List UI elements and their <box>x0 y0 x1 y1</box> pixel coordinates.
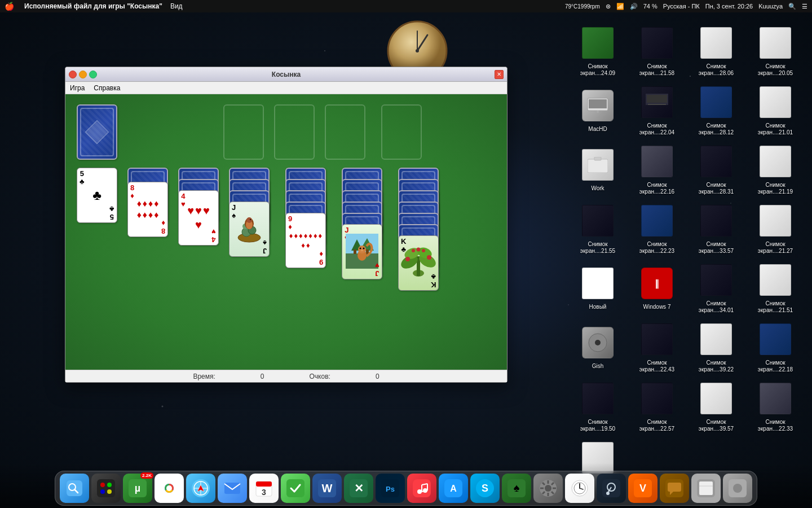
bluetooth-icon[interactable]: ⊛ <box>606 3 611 10</box>
icon-ss-34-01[interactable]: Снимок экран....34.01 <box>688 260 744 316</box>
dock-item-extra[interactable] <box>723 474 752 503</box>
keyboard-layout[interactable]: Русская - ПК <box>663 3 700 10</box>
dock-item-excel[interactable]: ✕ <box>344 474 373 503</box>
dock-item-time-machine[interactable] <box>565 474 594 503</box>
svg-point-74 <box>417 489 422 494</box>
icon-ss-21-55[interactable]: Снимок экран....21.55 <box>570 200 626 257</box>
svg-point-56 <box>166 485 172 491</box>
window-close-button[interactable] <box>69 71 77 78</box>
icon-gish[interactable]: Gish <box>570 319 626 375</box>
svg-rect-26 <box>354 249 356 254</box>
battery-display: 74 % <box>643 3 657 10</box>
dock-item-finder2[interactable] <box>691 474 721 503</box>
window-close-x-button[interactable]: ✕ <box>495 70 504 79</box>
icon-ss-22-04[interactable]: Снимок экран....22.04 <box>629 82 685 138</box>
svg-rect-11 <box>594 157 601 160</box>
icon-ss-21-27[interactable]: Снимок экран....21.27 <box>747 200 804 257</box>
icon-ss-22-16[interactable]: Снимок экран....22.16 <box>629 141 685 198</box>
card-deck[interactable] <box>77 104 117 160</box>
icon-ss-21-51[interactable]: Снимок экран....21.51 <box>747 260 804 316</box>
search-icon[interactable]: 🔍 <box>788 3 796 10</box>
dock-item-photoshop[interactable]: Ps <box>376 474 405 503</box>
icon-ss-19-50[interactable]: Снимок экран....19.50 <box>570 378 626 435</box>
window-titlebar: Косынка ✕ <box>65 67 507 82</box>
icon-ss-22-43[interactable]: Снимок экран....22.43 <box>629 319 685 375</box>
svg-rect-107 <box>668 483 681 492</box>
dock-item-finder[interactable] <box>60 474 89 503</box>
icon-machard[interactable]: MacHD <box>570 82 626 138</box>
foundation-slot-2[interactable] <box>274 104 315 160</box>
icon-ss-24-09[interactable]: Снимок экран....24.09 <box>570 23 626 79</box>
svg-text:S: S <box>482 483 488 494</box>
svg-point-21 <box>250 219 251 220</box>
apple-menu-icon[interactable]: 🍎 <box>5 2 14 11</box>
dock-item-system-prefs[interactable] <box>533 474 563 503</box>
icon-ss-22-18[interactable]: Снимок экран....22.18 <box>747 319 804 375</box>
svg-point-31 <box>363 248 365 249</box>
menu-igra[interactable]: Игра <box>70 84 85 92</box>
time-label: Время: <box>193 373 215 380</box>
svg-rect-62 <box>224 483 240 494</box>
icon-ss-20-05[interactable]: Снимок экран....20.05 <box>747 23 804 79</box>
svg-point-49 <box>107 483 112 487</box>
menu-spravka[interactable]: Справка <box>94 84 120 92</box>
dock-item-word[interactable]: W <box>312 474 342 503</box>
svg-text:Ps: Ps <box>386 485 395 493</box>
icon-ss-22-33[interactable]: Снимок экран....22.33 <box>747 378 804 435</box>
dock-item-utorrent[interactable]: µ 2.2K <box>123 474 152 503</box>
svg-point-29 <box>358 246 366 253</box>
icon-parallels[interactable]: ∥ Windows 7 <box>629 260 685 316</box>
svg-point-103 <box>606 492 610 495</box>
icon-new[interactable]: Новый <box>570 260 626 316</box>
menu-vid[interactable]: Вид <box>170 2 183 10</box>
icon-ss-39-22[interactable]: Снимок экран....39.22 <box>688 319 744 375</box>
svg-rect-8 <box>647 95 667 103</box>
icon-work[interactable]: Work <box>570 141 626 198</box>
icon-ss-21-58[interactable]: Снимок экран....21.58 <box>629 23 685 79</box>
dock-item-safari[interactable] <box>186 474 215 503</box>
dock-item-im[interactable] <box>660 474 689 503</box>
icon-ss-33-57[interactable]: Снимок экран....33.57 <box>688 200 744 257</box>
app-title[interactable]: Исполняемый файл для игры "Косынка" <box>24 2 162 10</box>
menuextras-icon[interactable]: ☰ <box>802 3 807 10</box>
icon-ss-28-12[interactable]: Снимок экран....28.12 <box>688 82 744 138</box>
icon-ss-22-57[interactable]: Снимок экран....22.57 <box>629 378 685 435</box>
dock-item-steam[interactable] <box>597 474 626 503</box>
icon-ss-28-31[interactable]: Снимок экран....28.31 <box>688 141 744 198</box>
tableau-col-1[interactable]: 5 ♣ ♣ 5 ♣ <box>77 168 117 223</box>
icon-ss-39-57[interactable]: Снимок экран....39.57 <box>688 378 744 435</box>
icon-ss-28-06[interactable]: Снимок экран....28.06 <box>688 23 744 79</box>
svg-point-30 <box>360 248 361 249</box>
game-area[interactable]: 5 ♣ ♣ 5 ♣ <box>65 94 507 370</box>
datetime-display: Пн, 3 сент. 20:26 <box>705 3 753 10</box>
utorrent-badge: 2.2K <box>140 472 153 479</box>
window-minimize-button[interactable] <box>79 71 87 78</box>
dock-item-vuze[interactable]: V <box>628 474 657 503</box>
wifi-icon[interactable]: 📶 <box>616 3 624 10</box>
svg-point-48 <box>100 483 105 487</box>
dock-item-mail[interactable] <box>218 474 247 503</box>
svg-point-40 <box>427 255 431 260</box>
svg-point-87 <box>545 485 551 492</box>
foundation-slot-4[interactable] <box>381 104 422 160</box>
dock-item-appstore[interactable]: A <box>439 474 468 503</box>
icon-ss-22-23[interactable]: Снимок экран....22.23 <box>629 200 685 257</box>
foundation-slot-3[interactable] <box>325 104 365 160</box>
dock-item-solitaire[interactable]: ♠ <box>502 474 531 503</box>
dock-item-itunes[interactable] <box>407 474 436 503</box>
icon-ss-21-01[interactable]: Снимок экран....21.01 <box>747 82 804 138</box>
window-menubar: Игра Справка <box>65 82 507 94</box>
window-maximize-button[interactable] <box>89 71 97 78</box>
svg-rect-9 <box>648 104 666 105</box>
svg-point-41 <box>412 249 415 252</box>
svg-rect-110 <box>699 481 713 495</box>
dock-item-tickets[interactable] <box>281 474 310 503</box>
dock-item-calendar[interactable]: 3 <box>249 474 279 503</box>
svg-point-13 <box>595 340 601 345</box>
foundation-slot-1[interactable] <box>223 104 264 160</box>
dock-item-chrome[interactable] <box>155 474 184 503</box>
dock-item-launchpad[interactable] <box>91 474 121 503</box>
volume-icon[interactable]: 🔊 <box>630 3 638 10</box>
dock-item-skype[interactable]: S <box>470 474 500 503</box>
icon-ss-21-19[interactable]: Снимок экран....21.19 <box>747 141 804 198</box>
